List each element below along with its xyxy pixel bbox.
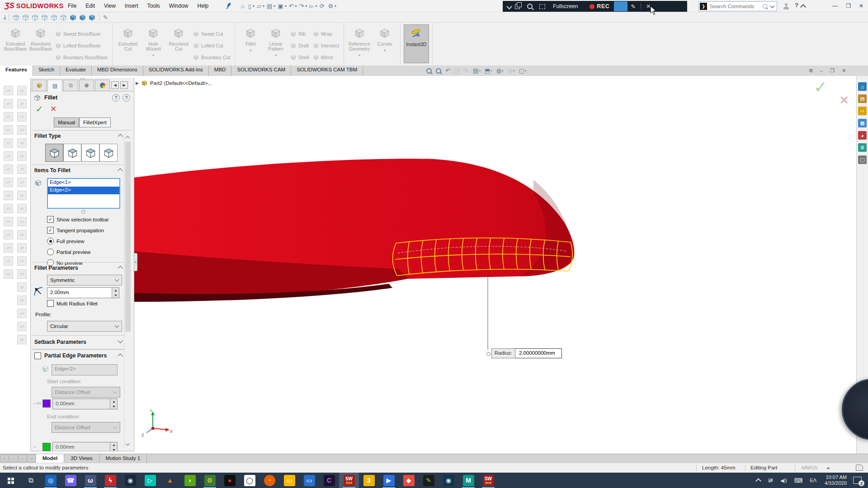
- minimize-button[interactable]: —: [832, 3, 838, 9]
- tab-solidworks-cam[interactable]: SOLIDWORKS CAM: [231, 66, 291, 76]
- doc-tab-motion-study-1[interactable]: Motion Study 1: [99, 454, 147, 463]
- view-orientation-cube-9[interactable]: [87, 14, 97, 21]
- search-dropdown-icon[interactable]: [770, 4, 775, 8]
- network-icon[interactable]: 🖳: [768, 477, 773, 483]
- redo-icon[interactable]: ↷: [298, 3, 306, 9]
- partial-edge-checkbox[interactable]: [34, 352, 41, 359]
- taskbar-icon-firefox[interactable]: ◔: [259, 473, 279, 488]
- user-icon[interactable]: [783, 3, 789, 9]
- items-to-fillet-header[interactable]: Items To Fillet: [34, 167, 125, 174]
- ribbon-item-rib[interactable]: Rib: [288, 28, 311, 40]
- undo-icon[interactable]: ↶: [288, 3, 295, 9]
- radio-full-preview[interactable]: Full preview: [47, 238, 84, 244]
- help-icon-pm[interactable]: ?: [123, 94, 130, 102]
- filletxpert-tab[interactable]: FilletXpert: [79, 117, 111, 127]
- pin-icon[interactable]: [226, 3, 231, 9]
- ribbon-item-boundary-boss-base[interactable]: Boundary Boss/Base: [53, 52, 109, 63]
- zoom-fit-icon[interactable]: [425, 68, 433, 74]
- clock[interactable]: 10:07 AM4/10/2020: [825, 474, 847, 486]
- doc-tab-3d-views[interactable]: 3D Views: [64, 454, 99, 463]
- sheet-nav-1-icon[interactable]: ‹: [9, 455, 18, 462]
- ribbon-item-revolved-boss-base[interactable]: RevolvedBoss/Base: [28, 24, 53, 52]
- fillet-type-full-round-button[interactable]: [99, 144, 118, 162]
- minimize-doc-icon[interactable]: −: [820, 68, 823, 74]
- view-orientation-cube-1[interactable]: [11, 14, 21, 21]
- menu-view[interactable]: View: [99, 3, 120, 9]
- dock-arrow-icon[interactable]: ⤓: [4, 14, 6, 21]
- search-icon[interactable]: [763, 4, 767, 9]
- file-explorer-pane-icon[interactable]: ▱: [858, 107, 867, 115]
- tab-features[interactable]: Features: [0, 66, 33, 76]
- edge-selection-list[interactable]: Edge<1>Edge<2>: [47, 178, 120, 209]
- pm-tab-scroll-left-icon[interactable]: ◀: [111, 81, 119, 89]
- taskbar-icon-oculus[interactable]: ◯: [240, 473, 259, 488]
- status-units[interactable]: MMGS: [802, 465, 818, 470]
- tab-mbd[interactable]: MBD: [209, 66, 232, 76]
- undock-icon[interactable]: ⧉: [809, 68, 813, 74]
- taskbar-icon-solidworks-2019[interactable]: SW2019: [339, 473, 359, 488]
- ribbon-item-boundary-cut[interactable]: Boundary Cut: [191, 52, 232, 63]
- redo-dropdown-icon[interactable]: ▾: [306, 4, 307, 8]
- rebuild-icon[interactable]: ⟳: [318, 3, 326, 9]
- ribbon-item-instant3d[interactable]: Instant3D: [404, 24, 429, 63]
- ribbon-item-fillet[interactable]: Fillet▾: [238, 24, 263, 53]
- display-manager-tab[interactable]: [95, 80, 110, 91]
- view-orientation-cube-5[interactable]: [49, 14, 59, 21]
- fullscreen-label[interactable]: Fullscreen: [553, 3, 578, 9]
- feature-manager-tab[interactable]: [32, 80, 47, 91]
- taskbar-icon-red-diamond[interactable]: ◆: [399, 473, 419, 488]
- forum-icon[interactable]: ▢: [858, 155, 867, 164]
- ribbon-item-extruded-boss-base[interactable]: ExtrudedBoss/Base: [3, 24, 28, 52]
- property-manager-tab[interactable]: ▤: [47, 80, 62, 91]
- view-orientation-cube-4[interactable]: [40, 14, 49, 21]
- fillet-type-variable-size-button[interactable]: [63, 144, 81, 162]
- checkbox-show-selection-toolbar[interactable]: ✓Show selection toolbar: [47, 216, 109, 223]
- ribbon-item-swept-boss-base[interactable]: Swept Boss/Base: [53, 28, 109, 40]
- callout-value-field[interactable]: 2.00000000mm: [515, 348, 562, 358]
- ribbon-item-draft[interactable]: Draft: [288, 40, 311, 52]
- appearance-brush-icon[interactable]: ✎: [102, 14, 109, 21]
- view-palette-icon[interactable]: ▦: [858, 119, 867, 127]
- search-input[interactable]: [709, 3, 763, 9]
- taskbar-icon-tracen[interactable]: ◎: [41, 473, 61, 488]
- taskbar-icon-filmora[interactable]: ▷: [140, 473, 160, 488]
- ribbon-item-intersect[interactable]: Intersect: [311, 40, 341, 52]
- taskbar-icon-maya[interactable]: M: [458, 473, 478, 488]
- ribbon-item-wrap[interactable]: Wrap: [311, 28, 341, 40]
- edge-list-item[interactable]: Edge<2>: [48, 187, 119, 194]
- confirm-ok-icon[interactable]: ✓: [814, 78, 827, 97]
- ribbon-item-hole-wizard[interactable]: HoleWizard▾: [141, 24, 165, 58]
- radio-partial-preview[interactable]: Partial preview: [47, 249, 90, 255]
- multi-radius-checkbox[interactable]: Multi Radius Fillet: [47, 300, 98, 307]
- zoom-area-icon[interactable]: [434, 68, 443, 74]
- ribbon-item-shell[interactable]: Shell: [288, 52, 311, 63]
- menu-window[interactable]: Window: [165, 3, 193, 9]
- new-document-icon[interactable]: ▯: [247, 3, 253, 9]
- view-settings-icon[interactable]: ▢▾: [517, 67, 528, 74]
- save-dropdown-icon[interactable]: ▾: [274, 4, 275, 8]
- tab-sketch[interactable]: Sketch: [33, 66, 60, 76]
- sketch-annotation-icon[interactable]: ✎: [462, 67, 470, 74]
- menu-edit[interactable]: Edit: [81, 3, 99, 9]
- pm-tab-scroll-right-icon[interactable]: ▶: [120, 81, 128, 89]
- design-library-icon[interactable]: ▤: [858, 94, 867, 103]
- ribbon-item-swept-cut[interactable]: Swept Cut: [191, 28, 232, 40]
- save-icon[interactable]: ▤: [265, 3, 274, 9]
- close-button[interactable]: ✕: [859, 3, 863, 9]
- taskbar-icon-leaf[interactable]: ›: [180, 473, 200, 488]
- list-resize-handle[interactable]: [81, 210, 85, 214]
- print-icon[interactable]: ▣: [276, 3, 284, 9]
- taskbar-icon-green-pen[interactable]: ✎: [419, 473, 439, 488]
- volume-icon[interactable]: ◀)): [780, 478, 787, 483]
- rec-dropdown-icon[interactable]: [506, 4, 512, 9]
- sw-resources-icon[interactable]: ⌂: [858, 82, 867, 91]
- callout-handle-icon[interactable]: [486, 352, 491, 356]
- fillet-type-constant-size-button[interactable]: [45, 144, 63, 162]
- rec-region-icon[interactable]: [539, 4, 545, 9]
- taskbar-icon-vlc[interactable]: ▲: [160, 473, 180, 488]
- new-document-dropdown-icon[interactable]: ▾: [253, 4, 255, 8]
- sheet-nav-2-icon[interactable]: ›: [19, 455, 27, 462]
- manual-tab[interactable]: Manual: [54, 117, 79, 127]
- taskbar-icon-cinema4d[interactable]: C: [319, 473, 339, 488]
- scroll-thumb[interactable]: [125, 142, 131, 332]
